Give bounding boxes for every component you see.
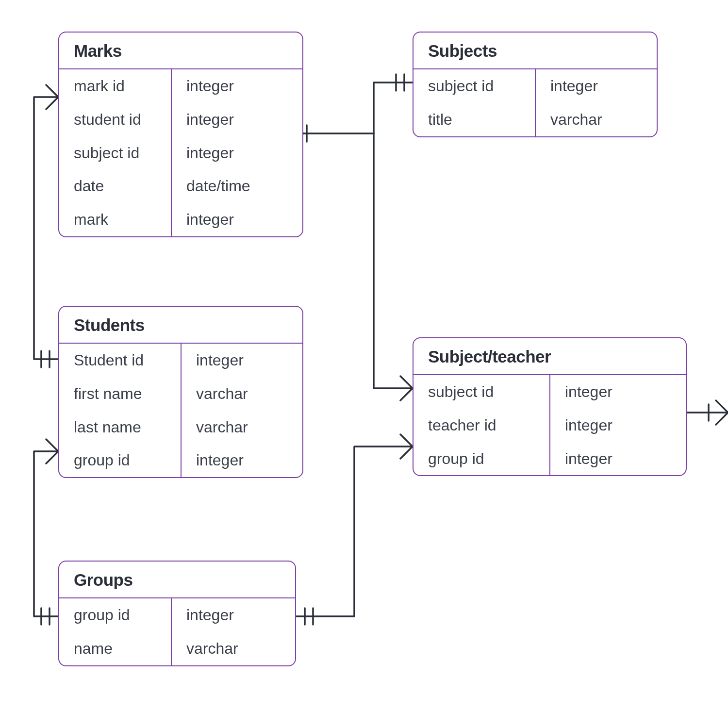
groups-field-name: group id: [59, 598, 171, 632]
one-exact-students-end: [41, 351, 50, 367]
marks-field-type: integer: [172, 69, 302, 103]
one-exact-subjects-end: [396, 74, 404, 91]
entity-groups-title: Groups: [59, 562, 295, 598]
students-field-type: integer: [182, 444, 302, 477]
one-exact-groups-end: [41, 608, 50, 625]
one-exact-groups-right: [305, 608, 313, 625]
entity-subjects-title: Subjects: [414, 33, 657, 69]
students-field-type: integer: [182, 344, 302, 377]
marks-field-name: mark: [59, 203, 171, 236]
marks-field-name: date: [59, 169, 171, 203]
entity-students: Students Student id first name last name…: [58, 306, 303, 478]
marks-field-name: subject id: [59, 136, 171, 170]
students-field-name: first name: [59, 377, 181, 411]
marks-field-type: integer: [172, 203, 302, 236]
marks-field-type: integer: [172, 103, 302, 136]
marks-field-name: student id: [59, 103, 171, 136]
students-field-type: varchar: [182, 411, 302, 444]
groups-field-type: varchar: [172, 632, 295, 665]
groups-field-name: name: [59, 632, 171, 665]
students-field-name: last name: [59, 411, 181, 444]
entity-subject-teacher: Subject/teacher subject id teacher id gr…: [413, 337, 687, 476]
conn-marks-students: [34, 85, 58, 359]
entity-marks-title: Marks: [59, 33, 302, 69]
marks-field-type: integer: [172, 136, 302, 170]
students-field-name: Student id: [59, 344, 181, 377]
subjects-field-name: subject id: [414, 69, 535, 103]
subjects-field-name: title: [414, 103, 535, 136]
conn-students-groups: [34, 439, 58, 616]
entity-groups: Groups group id name integer varchar: [58, 561, 296, 666]
entity-students-title: Students: [59, 307, 302, 344]
marks-field-type: date/time: [172, 169, 302, 203]
subjteacher-field-name: group id: [414, 442, 549, 476]
conn-groups-subjteacher: [296, 434, 413, 616]
conn-subjects-subjteacher: [374, 133, 413, 400]
marks-field-name: mark id: [59, 69, 171, 103]
subjteacher-field-type: integer: [550, 442, 686, 476]
conn-marks-subjects: [291, 83, 413, 146]
er-diagram-canvas: Marks mark id student id subject id date…: [0, 0, 728, 728]
students-field-type: varchar: [182, 377, 302, 411]
subjteacher-field-name: teacher id: [414, 409, 549, 442]
subjteacher-field-name: subject id: [414, 375, 549, 409]
entity-marks: Marks mark id student id subject id date…: [58, 32, 303, 237]
entity-subject-teacher-title: Subject/teacher: [414, 338, 686, 375]
subjteacher-field-type: integer: [550, 375, 686, 409]
students-field-name: group id: [59, 444, 181, 477]
entity-subjects: Subjects subject id title integer varcha…: [413, 32, 658, 137]
subjects-field-type: integer: [536, 69, 657, 103]
groups-field-type: integer: [172, 598, 295, 632]
conn-subjteacher-right: [687, 400, 728, 425]
subjects-field-type: varchar: [536, 103, 657, 136]
subjteacher-field-type: integer: [550, 409, 686, 442]
